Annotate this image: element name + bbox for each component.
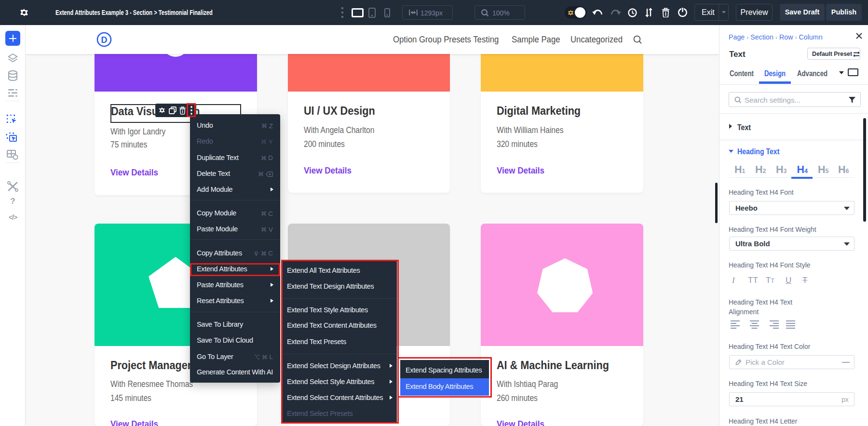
- svg-text:D: D: [101, 35, 108, 45]
